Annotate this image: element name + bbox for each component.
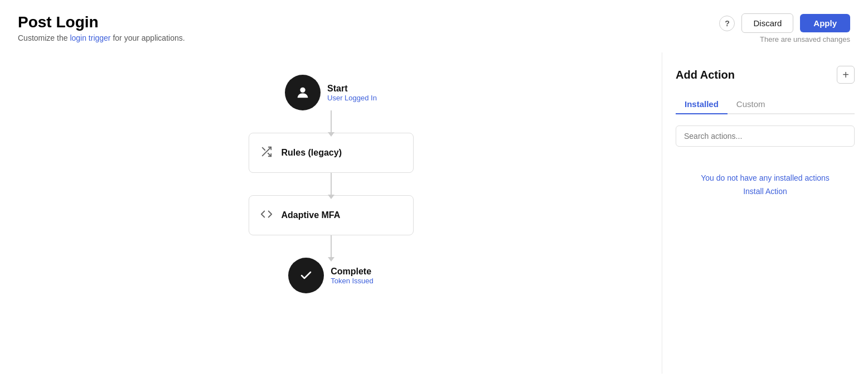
flow-canvas: Start User Logged In Rules (legacy) xyxy=(0,52,662,374)
mfa-node-label: Adaptive MFA xyxy=(282,210,341,220)
search-input-wrap xyxy=(676,125,855,147)
start-node-title: Start xyxy=(327,84,377,94)
page-subtitle: Customize the login trigger for your app… xyxy=(18,33,185,42)
panel-add-button[interactable]: + xyxy=(837,66,855,84)
subtitle-link[interactable]: login trigger xyxy=(70,33,110,42)
tab-custom[interactable]: Custom xyxy=(728,95,774,114)
subtitle-text: Customize the xyxy=(18,33,70,42)
header-actions: ? Discard Apply xyxy=(719,13,850,33)
empty-state-text-1: You do not have any xyxy=(701,173,774,182)
complete-node-circle xyxy=(288,258,324,293)
header-left: Post Login Customize the login trigger f… xyxy=(18,13,185,42)
empty-state-text-highlight: installed actions xyxy=(774,173,830,182)
panel-tabs: Installed Custom xyxy=(676,95,855,114)
svg-point-0 xyxy=(300,88,305,93)
flow-arrow-3 xyxy=(331,235,332,258)
right-panel: Add Action + Installed Custom You do not… xyxy=(662,52,868,374)
svg-line-3 xyxy=(262,147,265,150)
apply-button[interactable]: Apply xyxy=(800,14,850,32)
panel-title: Add Action xyxy=(676,69,735,81)
search-input[interactable] xyxy=(676,125,855,147)
page-header: Post Login Customize the login trigger f… xyxy=(0,0,868,52)
flow-arrow-1 xyxy=(331,110,332,133)
header-right: ? Discard Apply There are unsaved change… xyxy=(719,13,850,44)
panel-header: Add Action + xyxy=(676,66,855,84)
code-icon xyxy=(260,208,273,223)
tab-installed[interactable]: Installed xyxy=(676,95,728,114)
check-icon xyxy=(299,269,313,282)
start-node-label: Start User Logged In xyxy=(327,84,377,102)
page-title: Post Login xyxy=(18,13,185,31)
mfa-node: Adaptive MFA xyxy=(249,195,414,235)
user-icon xyxy=(295,85,311,100)
complete-node-subtitle: Token Issued xyxy=(331,277,374,285)
complete-node-title: Complete xyxy=(331,267,374,277)
flow-arrow-2 xyxy=(331,173,332,195)
subtitle-text-2: for your applications. xyxy=(111,33,185,42)
start-node-circle xyxy=(285,75,321,110)
install-action-link[interactable]: Install Action xyxy=(743,187,787,196)
complete-node: Complete Token Issued xyxy=(288,258,374,293)
help-icon-button[interactable]: ? xyxy=(719,16,735,31)
unsaved-changes-text: There are unsaved changes xyxy=(760,35,850,44)
discard-button[interactable]: Discard xyxy=(741,13,793,33)
main-layout: Start User Logged In Rules (legacy) xyxy=(0,52,868,374)
rules-node-label: Rules (legacy) xyxy=(282,148,342,158)
start-node: Start User Logged In xyxy=(285,75,377,110)
empty-state-message: You do not have any installed actions xyxy=(701,173,830,182)
complete-node-label: Complete Token Issued xyxy=(331,267,374,285)
rules-node: Rules (legacy) xyxy=(249,133,414,173)
start-node-subtitle: User Logged In xyxy=(327,94,377,102)
empty-state: You do not have any installed actions In… xyxy=(676,173,855,196)
shuffle-icon xyxy=(260,146,273,161)
